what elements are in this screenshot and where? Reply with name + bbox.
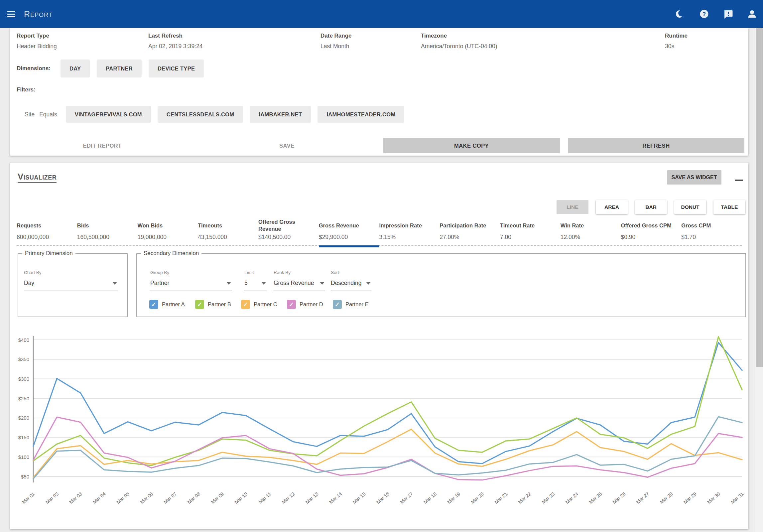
dimension-chip-day[interactable]: DAY	[61, 60, 90, 77]
partner-c-toggle[interactable]: Partner C	[241, 300, 287, 309]
metric-label: Win Rate	[561, 218, 621, 233]
svg-text:Mar 06: Mar 06	[139, 491, 154, 505]
rank-by-select[interactable]: Rank By Gross Revenue	[274, 270, 325, 291]
chart-type-bar-button[interactable]: BAR	[635, 200, 667, 214]
save-as-widget-button[interactable]: SAVE AS WIDGET	[667, 170, 721, 185]
svg-text:Mar 10: Mar 10	[234, 491, 249, 505]
svg-text:Mar 23: Mar 23	[541, 491, 556, 505]
select-value[interactable]: 5	[244, 279, 267, 291]
metric-requests[interactable]: Requests 600,000,000	[17, 218, 77, 241]
menu-icon[interactable]	[7, 11, 15, 17]
metric-offered-gross-cpm[interactable]: Offered Gross CPM $0.90	[621, 218, 682, 241]
svg-text:Mar 08: Mar 08	[187, 491, 201, 505]
metric-gross-cpm[interactable]: Gross CPM $1.70	[681, 218, 742, 241]
partner-b-toggle[interactable]: Partner B	[195, 300, 241, 309]
dimension-chip-device-type[interactable]: DEVICE TYPE	[149, 60, 204, 77]
metric-label: Won Bids	[138, 218, 198, 233]
metric-value: 600,000,000	[17, 234, 77, 241]
edit-report-button[interactable]: EDIT REPORT	[14, 138, 191, 153]
svg-text:$300: $300	[18, 376, 29, 382]
svg-text:Mar 26: Mar 26	[612, 491, 627, 505]
scrollbar-thumb[interactable]	[756, 28, 763, 367]
metric-label: Timeout Rate	[500, 218, 561, 233]
chart-type-area-button[interactable]: AREA	[596, 200, 628, 214]
partner-e-toggle[interactable]: Partner E	[333, 300, 379, 309]
feedback-icon[interactable]	[723, 9, 733, 19]
report-summary-card: Report Type Header Bidding Last Refresh …	[10, 28, 748, 156]
metric-offered-gross-revenue[interactable]: Offered Gross Revenue $140,500.00	[258, 218, 319, 241]
primary-dimension-legend: Primary Dimension	[22, 250, 75, 257]
metric-timeouts[interactable]: Timeouts 43,150.000	[198, 218, 258, 241]
select-value[interactable]: Gross Revenue	[274, 279, 325, 291]
svg-text:Mar 20: Mar 20	[470, 491, 485, 505]
filter-value-chip[interactable]: CENTSLESSDEALS.COM	[158, 106, 243, 123]
make-copy-button[interactable]: MAKE COPY	[383, 138, 560, 153]
meta-label: Timezone	[421, 33, 497, 39]
metric-impression-rate[interactable]: Impression Rate 3.15%	[379, 218, 440, 241]
chart-type-donut-button[interactable]: DONUT	[674, 200, 706, 214]
checkbox-checked-icon[interactable]	[149, 300, 158, 309]
svg-text:$150: $150	[18, 435, 29, 440]
partner-a-toggle[interactable]: Partner A	[149, 300, 195, 309]
scrollbar-track[interactable]	[755, 28, 763, 532]
filter-field-link[interactable]: Site	[25, 111, 35, 118]
metric-value: $1.70	[681, 234, 742, 241]
filter-value-chip[interactable]: IAMHOMESTEADER.COM	[318, 106, 404, 123]
svg-text:Mar 27: Mar 27	[635, 491, 650, 505]
svg-text:$50: $50	[21, 474, 29, 479]
select-label: Sort	[331, 270, 371, 275]
metric-timeout-rate[interactable]: Timeout Rate 7.00	[500, 218, 561, 241]
dimensions-label: Dimensions:	[17, 65, 61, 72]
dimension-chip-partner[interactable]: PARTNER	[97, 60, 142, 77]
minimize-icon[interactable]	[735, 180, 743, 181]
svg-text:$200: $200	[18, 415, 29, 421]
chevron-down-icon	[226, 282, 231, 285]
metric-label: Gross Revenue	[319, 218, 379, 233]
refresh-button[interactable]: REFRESH	[568, 138, 744, 153]
meta-runtime: Runtime 30s	[665, 33, 688, 50]
metric-win-rate[interactable]: Win Rate 12.00%	[561, 218, 621, 241]
metric-participation-rate[interactable]: Participation Rate 27.00%	[440, 218, 500, 241]
group-by-select[interactable]: Group By Partner	[150, 270, 232, 291]
save-button[interactable]: SAVE	[198, 138, 375, 153]
select-label: Chart By	[24, 270, 118, 275]
metric-won-bids[interactable]: Won Bids 19,000,000	[138, 218, 198, 241]
checkbox-checked-icon[interactable]	[195, 300, 204, 309]
meta-value: America/Toronto (UTC-04:00)	[421, 43, 497, 50]
select-value[interactable]: Partner	[150, 279, 232, 291]
metric-value: $0.90	[621, 234, 682, 241]
filter-value-chip[interactable]: VINTAGEREVIVALS.COM	[66, 106, 151, 123]
dark-mode-icon[interactable]	[675, 9, 685, 19]
metric-value: 160,500,000	[77, 234, 138, 241]
svg-text:Mar 01: Mar 01	[21, 491, 36, 505]
account-icon[interactable]	[747, 9, 757, 19]
sort-select[interactable]: Sort Descending	[331, 270, 371, 291]
checkbox-checked-icon[interactable]	[333, 300, 342, 309]
help-icon[interactable]: ?	[699, 9, 709, 19]
svg-text:Mar 15: Mar 15	[352, 491, 367, 505]
partner-series-toggles: Partner A Partner B Partner C Partner D …	[149, 300, 379, 309]
svg-text:Mar 07: Mar 07	[163, 491, 178, 505]
checkbox-checked-icon[interactable]	[287, 300, 296, 309]
checkbox-checked-icon[interactable]	[241, 300, 250, 309]
dimensions-row: Dimensions: DAY PARTNER DEVICE TYPE	[17, 60, 211, 77]
svg-text:Mar 29: Mar 29	[683, 491, 698, 505]
svg-text:Mar 13: Mar 13	[305, 491, 319, 505]
metric-gross-revenue-selected[interactable]: Gross Revenue $29,900.00	[319, 218, 379, 241]
chart-by-select[interactable]: Chart By Day	[24, 270, 118, 291]
filter-value-chip[interactable]: IAMBAKER.NET	[250, 106, 311, 123]
chart-type-line-button[interactable]: LINE	[557, 200, 588, 214]
meta-label: Report Type	[17, 33, 57, 39]
select-value[interactable]: Day	[24, 279, 118, 291]
chart-type-table-button[interactable]: TABLE	[713, 200, 745, 214]
metric-bids[interactable]: Bids 160,500,000	[77, 218, 138, 241]
limit-select[interactable]: Limit 5	[244, 270, 267, 291]
svg-text:Mar 14: Mar 14	[328, 491, 343, 505]
select-label: Group By	[150, 270, 232, 275]
app-bar-actions: ?	[675, 0, 757, 28]
partner-d-toggle[interactable]: Partner D	[287, 300, 333, 309]
meta-value: Last Month	[320, 43, 352, 50]
select-value[interactable]: Descending	[331, 279, 371, 291]
metric-label: Requests	[17, 218, 77, 233]
svg-text:Mar 18: Mar 18	[423, 491, 438, 505]
